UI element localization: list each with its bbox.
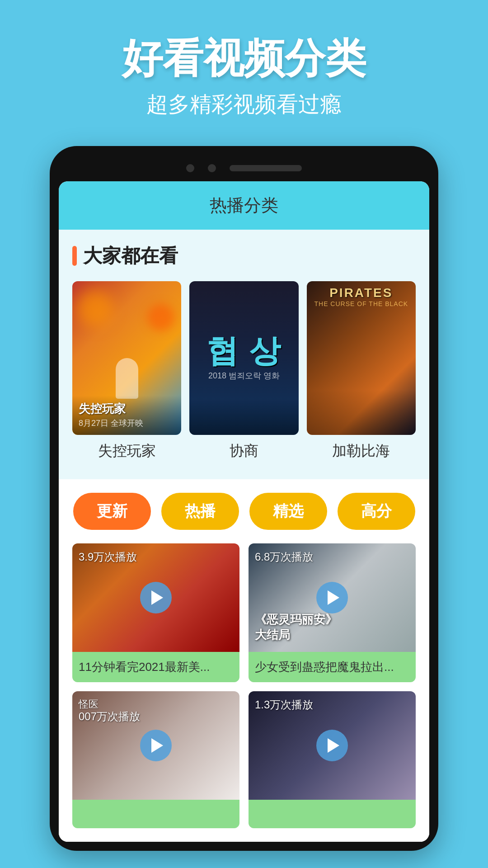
poster1-subtitle-text: 8月27日 全球开映 — [79, 418, 175, 429]
section-label-text: 大家都在看 — [83, 243, 178, 269]
app-header-title: 热播分类 — [59, 194, 429, 217]
video-card-1[interactable]: 3.9万次播放 11分钟看完2021最新美... — [72, 543, 239, 682]
video-card-3[interactable]: 怪医 007万次播放 — [72, 691, 239, 828]
video-thumbnail-1: 3.9万次播放 — [72, 543, 239, 652]
section-label: 大家都在看 — [72, 243, 416, 269]
video-thumbnail-3: 怪医 007万次播放 — [72, 691, 239, 800]
video-play-icon-2 — [316, 582, 348, 613]
video-title-3 — [72, 800, 239, 828]
filter-section: 更新 热播 精选 高分 — [59, 479, 429, 543]
movie-card-1[interactable]: 失控玩家 8月27日 全球开映 失控玩家 — [72, 281, 181, 461]
filter-btn-update[interactable]: 更新 — [73, 493, 151, 530]
play-triangle-3 — [151, 738, 163, 753]
movie-poster-2: 협 상 2018 범죄오락 영화 — [189, 281, 298, 435]
camera-dot-right — [208, 164, 216, 172]
hero-title: 好看视频分类 — [18, 36, 470, 81]
video-title-2: 少女受到蛊惑把魔鬼拉出... — [249, 652, 416, 682]
video-play-count-2: 6.8万次播放 — [255, 550, 313, 564]
phone-screen: 热播分类 大家都在看 — [59, 181, 429, 842]
video-play-icon-4 — [316, 730, 348, 761]
video-section: 3.9万次播放 11分钟看完2021最新美... 6.8万次播放 — [59, 543, 429, 842]
movie-poster-3: PIRATES THE CURSE OF THE BLACK — [307, 281, 416, 435]
filter-btn-selected[interactable]: 精选 — [249, 493, 327, 530]
video-play-count-3: 007万次播放 — [79, 709, 140, 724]
filter-btn-highscore[interactable]: 高分 — [338, 493, 415, 530]
camera-dot-left — [186, 164, 194, 172]
movie-title-2: 协商 — [189, 435, 298, 461]
play-triangle-1 — [151, 590, 163, 605]
section-label-bar — [72, 246, 77, 266]
video-card-2[interactable]: 6.8万次播放 《恶灵玛丽安》 大结局 少女受到蛊惑把魔鬼拉出... — [249, 543, 416, 682]
movie-poster-1: 失控玩家 8月27日 全球开映 — [72, 281, 181, 435]
play-triangle-2 — [328, 590, 339, 605]
movie-title-3: 加勒比海 — [307, 435, 416, 461]
video-title-1: 11分钟看完2021最新美... — [72, 652, 239, 682]
hero-subtitle: 超多精彩视频看过瘾 — [18, 90, 470, 119]
video-grid: 3.9万次播放 11分钟看完2021最新美... 6.8万次播放 — [72, 543, 416, 828]
video-play-count-4: 1.3万次播放 — [255, 698, 313, 712]
video-card-4[interactable]: 1.3万次播放 — [249, 691, 416, 828]
video-title-4 — [249, 800, 416, 828]
movie-grid: 失控玩家 8月27日 全球开映 失控玩家 협 상 2018 범죄오락 영화 — [72, 281, 416, 461]
phone-frame: 热播分类 大家都在看 — [50, 146, 438, 851]
phone-speaker — [230, 165, 302, 171]
video-play-count-1: 3.9万次播放 — [79, 550, 137, 564]
poster2-korean: 협 상 — [206, 335, 281, 367]
popular-section: 大家都在看 失控玩 — [59, 230, 429, 479]
filter-btn-hot[interactable]: 热播 — [161, 493, 239, 530]
video-play-icon-3 — [140, 730, 172, 761]
video-overlay-2: 《恶灵玛丽安》 大结局 — [255, 612, 409, 643]
video-play-icon-1 — [140, 582, 172, 613]
video-thumbnail-2: 6.8万次播放 《恶灵玛丽安》 大结局 — [249, 543, 416, 652]
hero-section: 好看视频分类 超多精彩视频看过瘾 — [0, 0, 488, 146]
movie-card-2[interactable]: 협 상 2018 범죄오락 영화 协商 — [189, 281, 298, 461]
poster3-sub: THE CURSE OF THE BLACK — [307, 300, 416, 307]
play-triangle-4 — [328, 738, 339, 753]
poster1-bottom: 失控玩家 8月27日 全球开映 — [72, 396, 181, 435]
poster3-pirates: PIRATES — [307, 286, 416, 300]
app-header: 热播分类 — [59, 181, 429, 230]
movie-card-3[interactable]: PIRATES THE CURSE OF THE BLACK 加勒比海 — [307, 281, 416, 461]
video-thumbnail-4: 1.3万次播放 — [249, 691, 416, 800]
poster2-sub: 2018 범죄오락 영화 — [208, 370, 280, 381]
phone-notch — [59, 160, 429, 181]
phone-wrapper: 热播分类 大家都在看 — [0, 146, 488, 868]
movie-title-1: 失控玩家 — [72, 435, 181, 461]
poster1-title-text: 失控玩家 — [79, 402, 175, 416]
